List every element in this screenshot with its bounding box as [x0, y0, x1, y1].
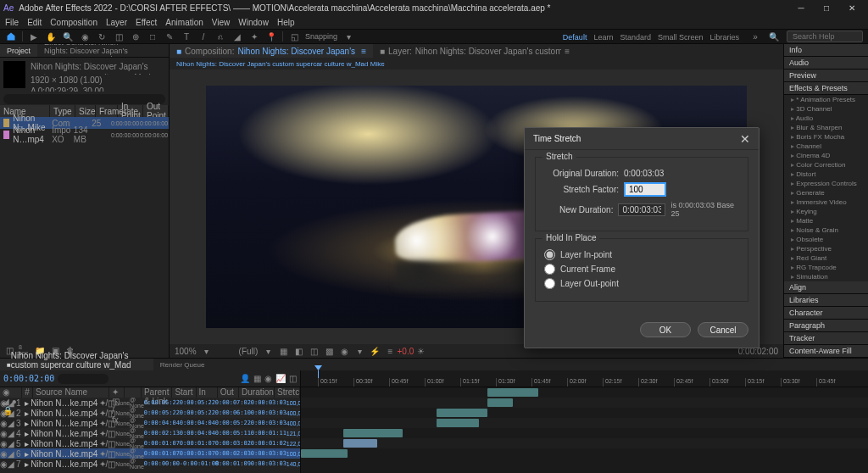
menu-effect[interactable]: Effect — [136, 18, 157, 27]
zoom-tool-icon[interactable]: 🔍 — [62, 31, 74, 42]
rotate-tool-icon[interactable]: ↻ — [96, 31, 108, 42]
region-icon[interactable]: ◫ — [309, 346, 319, 356]
effect-category[interactable]: Audio — [784, 114, 868, 123]
tab-effect-controls[interactable]: Effect Controls: Nihon Nights: Discover … — [37, 44, 147, 57]
panel-audio[interactable]: Audio — [784, 57, 868, 70]
timeline-layer[interactable]: ◉◢2▸ Nihon N…ke.mp4✦/◫None@ None0:00:05:… — [0, 408, 300, 418]
proj-header[interactable]: Framerate — [96, 105, 118, 117]
effect-category[interactable]: Matte — [784, 216, 868, 225]
workspace-libraries[interactable]: Libraries — [706, 33, 743, 42]
current-time[interactable]: 0:00:02:00 — [3, 374, 54, 383]
panel-tracker[interactable]: Tracker — [784, 332, 868, 345]
project-item[interactable]: Nihon N…mp4Importe…XO134 MB0:00:00:000:0… — [0, 129, 169, 141]
effect-category[interactable]: Obsolete — [784, 235, 868, 244]
workspace-default[interactable]: Default — [559, 33, 591, 42]
timeline-layer[interactable]: ◉◢4▸ Nihon N…ke.mp4✦/◫None@ None0:00:02:… — [0, 428, 300, 438]
timeline-search-input[interactable] — [58, 374, 108, 384]
timeline-layer[interactable]: ◉◢1▸ Nihon N…ke.mp4✦/◫None@ None0:00:05:… — [0, 398, 300, 408]
draft3d-icon[interactable]: ◫ — [289, 374, 297, 383]
pen-tool-icon[interactable]: ✎ — [164, 31, 175, 42]
clone-tool-icon[interactable]: ⎌ — [214, 31, 226, 42]
timeline-layer[interactable]: ◉◢6▸ Nihon N…ke.mp4✦/◫None@ None0:00:01:… — [0, 448, 300, 459]
shy-icon[interactable]: 👤 — [240, 374, 250, 383]
camera-tool-icon[interactable]: ◫ — [113, 31, 125, 42]
menu-window[interactable]: Window — [238, 18, 269, 27]
panel-character[interactable]: Character — [784, 307, 868, 320]
workspace-small-screen[interactable]: Small Screen — [654, 33, 707, 42]
effect-category[interactable]: Cinema 4D — [784, 151, 868, 160]
menu-view[interactable]: View — [212, 18, 231, 27]
dialog-close-icon[interactable]: ✕ — [740, 132, 750, 146]
effect-category[interactable]: 3D Channel — [784, 104, 868, 114]
clip[interactable] — [343, 439, 377, 448]
grid-icon[interactable]: ▦ — [278, 346, 288, 356]
res-menu-icon[interactable]: ▾ — [263, 346, 273, 356]
clip[interactable] — [301, 449, 348, 458]
effect-category[interactable]: Red Giant — [784, 253, 868, 263]
panel-content-aware-fill[interactable]: Content-Aware Fill — [784, 345, 868, 358]
resolution-label[interactable]: (Full) — [239, 347, 259, 356]
effect-category[interactable]: Generate — [784, 188, 868, 198]
timeline-layer[interactable]: ◉◢7▸ Nihon N…ke.mp4✦/◫None@ None0:00:00:… — [0, 459, 300, 469]
roto-tool-icon[interactable]: ✦ — [248, 31, 260, 42]
effect-category[interactable]: Noise & Grain — [784, 225, 868, 235]
menu-file[interactable]: File — [5, 18, 19, 27]
hand-tool-icon[interactable]: ✋ — [45, 31, 57, 42]
panel-info[interactable]: Info — [784, 44, 868, 57]
radio-layer-in[interactable]: Layer In-point — [544, 249, 739, 260]
timeline-track[interactable] — [301, 418, 868, 428]
clip[interactable] — [487, 388, 538, 397]
ok-button[interactable]: OK — [640, 322, 691, 337]
menu-composition[interactable]: Composition — [50, 18, 97, 27]
home-icon[interactable] — [5, 31, 17, 42]
proj-header[interactable]: Type — [50, 105, 75, 117]
type-tool-icon[interactable]: T — [181, 31, 192, 42]
workspace-learn[interactable]: Learn — [590, 33, 616, 42]
panel-libraries[interactable]: Libraries — [784, 294, 868, 307]
effect-category[interactable]: Color Correction — [784, 160, 868, 170]
effect-category[interactable]: Blur & Sharpen — [784, 123, 868, 132]
snapping-menu-icon[interactable]: ▾ — [342, 31, 354, 42]
mask-icon[interactable]: ◧ — [293, 346, 303, 356]
timeline-tab-render-queue[interactable]: Render Queue — [153, 359, 211, 370]
renderer-icon[interactable]: ▾ — [354, 346, 364, 356]
project-search-input[interactable] — [3, 94, 165, 104]
workspace-standard[interactable]: Standard — [616, 33, 654, 42]
workspace-menu-icon[interactable]: » — [749, 31, 761, 42]
frame-blend-icon[interactable]: ▦ — [253, 374, 261, 383]
new-duration-input[interactable] — [618, 203, 665, 216]
timeline-icon[interactable]: ≡ — [385, 346, 395, 356]
timeline-track[interactable] — [301, 428, 868, 438]
exposure-icon[interactable]: ☀ — [415, 346, 426, 356]
snapshot-icon[interactable]: +0.0 — [400, 346, 410, 356]
panel-preview[interactable]: Preview — [784, 70, 868, 82]
effect-category[interactable]: Immersive Video — [784, 198, 868, 207]
cancel-button[interactable]: Cancel — [698, 322, 748, 337]
comp-tab[interactable]: ■Layer: Nihon Nights: Discover Japan's c… — [373, 44, 576, 58]
effect-category[interactable]: Expression Controls — [784, 179, 868, 188]
timeline-layer[interactable]: ◉◢3▸ Nihon N…ke.mp4✦/◫None@ None0:00:04:… — [0, 418, 300, 428]
eraser-tool-icon[interactable]: ◢ — [231, 31, 243, 42]
timeline-track[interactable] — [301, 387, 868, 398]
maximize-button[interactable]: □ — [814, 1, 839, 14]
fast-preview-icon[interactable]: ⚡ — [370, 346, 380, 356]
effect-category[interactable]: Keying — [784, 207, 868, 216]
clip[interactable] — [487, 398, 513, 407]
puppet-tool-icon[interactable]: 📍 — [265, 31, 277, 42]
proj-header[interactable]: In Point — [118, 105, 143, 117]
effect-category[interactable]: * Animation Presets — [784, 95, 868, 104]
effect-category[interactable]: Simulation — [784, 272, 868, 281]
menu-animation[interactable]: Animation — [165, 18, 203, 27]
comp-breadcrumb[interactable]: Nihon Nights: Discover Japan's custom su… — [170, 58, 783, 70]
tab-project[interactable]: Project — [0, 44, 37, 57]
effect-category[interactable]: Distort — [784, 170, 868, 179]
effect-category[interactable]: RG Trapcode — [784, 263, 868, 272]
menu-layer[interactable]: Layer — [106, 18, 127, 27]
orbit-tool-icon[interactable]: ◉ — [79, 31, 91, 42]
selection-tool-icon[interactable]: ▶ — [28, 31, 40, 42]
pan-behind-tool-icon[interactable]: ⊕ — [130, 31, 142, 42]
panel-paragraph[interactable]: Paragraph — [784, 320, 868, 332]
effect-category[interactable]: Boris FX Mocha — [784, 132, 868, 142]
menu-help[interactable]: Help — [277, 18, 295, 27]
timeline-track[interactable] — [301, 438, 868, 448]
